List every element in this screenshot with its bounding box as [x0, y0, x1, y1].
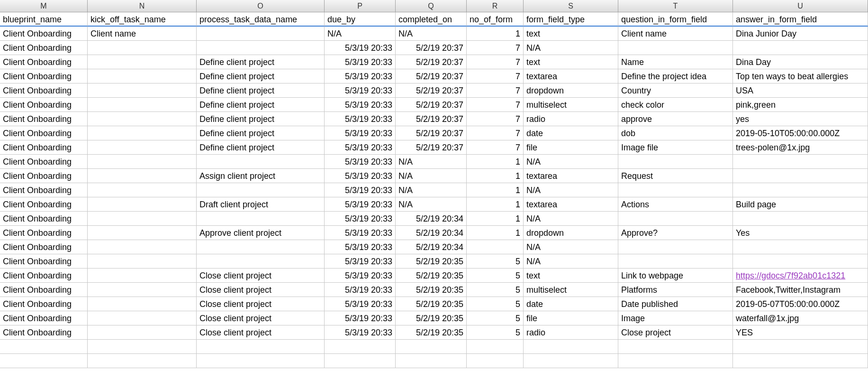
cell-M-18[interactable]: Client Onboarding [0, 283, 88, 297]
cell-T-7[interactable]: dob [618, 126, 733, 140]
cell-T-17[interactable]: Link to webpage [618, 269, 733, 283]
cell-Q-0[interactable]: N/A [396, 27, 467, 41]
cell-N-6[interactable] [88, 112, 197, 126]
cell-Q-22[interactable] [396, 340, 467, 354]
cell-U-19[interactable]: 2019-05-07T05:00:00.000Z [733, 297, 868, 311]
cell-U-7[interactable]: 2019-05-10T05:00:00.000Z [733, 126, 868, 140]
cell-S-8[interactable]: file [524, 140, 618, 155]
cell-S-3[interactable]: textarea [524, 69, 618, 83]
cell-M-16[interactable]: Client Onboarding [0, 254, 88, 269]
cell-S-23[interactable] [524, 354, 618, 368]
cell-N-13[interactable] [88, 212, 197, 226]
cell-S-4[interactable]: dropdown [524, 83, 618, 98]
cell-N-14[interactable] [88, 226, 197, 240]
field-header-M[interactable]: blueprint_name [0, 12, 88, 27]
cell-S-17[interactable]: text [524, 269, 618, 283]
cell-U-16[interactable] [733, 254, 868, 269]
cell-N-17[interactable] [88, 269, 197, 283]
cell-M-1[interactable]: Client Onboarding [0, 41, 88, 55]
cell-N-4[interactable] [88, 83, 197, 98]
cell-Q-17[interactable]: 5/2/19 20:35 [396, 269, 467, 283]
cell-O-12[interactable]: Draft client project [197, 197, 325, 212]
cell-R-0[interactable]: 1 [467, 27, 524, 41]
cell-Q-9[interactable]: N/A [396, 155, 467, 169]
cell-O-9[interactable] [197, 155, 325, 169]
cell-M-20[interactable]: Client Onboarding [0, 311, 88, 325]
field-header-Q[interactable]: completed_on [396, 12, 467, 27]
column-header-S[interactable]: S [524, 0, 618, 12]
cell-S-0[interactable]: text [524, 27, 618, 41]
cell-N-21[interactable] [88, 325, 197, 340]
cell-O-21[interactable]: Close client project [197, 325, 325, 340]
cell-R-17[interactable]: 5 [467, 269, 524, 283]
cell-S-9[interactable]: N/A [524, 155, 618, 169]
cell-P-14[interactable]: 5/3/19 20:33 [325, 226, 396, 240]
cell-T-20[interactable]: Image [618, 311, 733, 325]
cell-U-13[interactable] [733, 212, 868, 226]
cell-Q-8[interactable]: 5/2/19 20:37 [396, 140, 467, 155]
field-header-P[interactable]: due_by [325, 12, 396, 27]
cell-O-3[interactable]: Define client project [197, 69, 325, 83]
cell-S-13[interactable]: N/A [524, 212, 618, 226]
cell-Q-2[interactable]: 5/2/19 20:37 [396, 55, 467, 69]
cell-T-9[interactable] [618, 155, 733, 169]
field-header-R[interactable]: no_of_form [467, 12, 524, 27]
cell-M-19[interactable]: Client Onboarding [0, 297, 88, 311]
cell-P-21[interactable]: 5/3/19 20:33 [325, 325, 396, 340]
cell-U-21[interactable]: YES [733, 325, 868, 340]
cell-O-2[interactable]: Define client project [197, 55, 325, 69]
cell-U-5[interactable]: pink,green [733, 98, 868, 112]
cell-P-11[interactable]: 5/3/19 20:33 [325, 183, 396, 197]
cell-T-22[interactable] [618, 340, 733, 354]
cell-Q-12[interactable]: N/A [396, 197, 467, 212]
cell-T-18[interactable]: Platforms [618, 283, 733, 297]
cell-S-7[interactable]: date [524, 126, 618, 140]
cell-N-9[interactable] [88, 155, 197, 169]
cell-M-15[interactable]: Client Onboarding [0, 240, 88, 254]
cell-Q-10[interactable]: N/A [396, 169, 467, 183]
cell-O-1[interactable] [197, 41, 325, 55]
cell-N-2[interactable] [88, 55, 197, 69]
cell-U-1[interactable] [733, 41, 868, 55]
cell-U-8[interactable]: trees-polen@1x.jpg [733, 140, 868, 155]
cell-N-5[interactable] [88, 98, 197, 112]
cell-Q-20[interactable]: 5/2/19 20:35 [396, 311, 467, 325]
cell-S-15[interactable]: N/A [524, 240, 618, 254]
cell-U-4[interactable]: USA [733, 83, 868, 98]
cell-T-14[interactable]: Approve? [618, 226, 733, 240]
cell-N-10[interactable] [88, 169, 197, 183]
cell-M-10[interactable]: Client Onboarding [0, 169, 88, 183]
cell-P-8[interactable]: 5/3/19 20:33 [325, 140, 396, 155]
cell-P-1[interactable]: 5/3/19 20:33 [325, 41, 396, 55]
cell-R-7[interactable]: 7 [467, 126, 524, 140]
field-header-U[interactable]: answer_in_form_field [733, 12, 868, 27]
cell-N-15[interactable] [88, 240, 197, 254]
cell-P-5[interactable]: 5/3/19 20:33 [325, 98, 396, 112]
cell-S-22[interactable] [524, 340, 618, 354]
cell-M-13[interactable]: Client Onboarding [0, 212, 88, 226]
cell-U-10[interactable] [733, 169, 868, 183]
cell-T-2[interactable]: Name [618, 55, 733, 69]
cell-R-6[interactable]: 7 [467, 112, 524, 126]
cell-N-23[interactable] [88, 354, 197, 368]
cell-Q-1[interactable]: 5/2/19 20:37 [396, 41, 467, 55]
cell-M-23[interactable] [0, 354, 88, 368]
cell-T-8[interactable]: Image file [618, 140, 733, 155]
cell-Q-3[interactable]: 5/2/19 20:37 [396, 69, 467, 83]
cell-O-5[interactable]: Define client project [197, 98, 325, 112]
cell-N-18[interactable] [88, 283, 197, 297]
cell-N-12[interactable] [88, 197, 197, 212]
cell-U-9[interactable] [733, 155, 868, 169]
cell-N-22[interactable] [88, 340, 197, 354]
cell-N-7[interactable] [88, 126, 197, 140]
cell-T-6[interactable]: approve [618, 112, 733, 126]
cell-T-21[interactable]: Close project [618, 325, 733, 340]
cell-O-4[interactable]: Define client project [197, 83, 325, 98]
cell-M-4[interactable]: Client Onboarding [0, 83, 88, 98]
cell-O-6[interactable]: Define client project [197, 112, 325, 126]
cell-N-20[interactable] [88, 311, 197, 325]
cell-O-10[interactable]: Assign client project [197, 169, 325, 183]
cell-O-23[interactable] [197, 354, 325, 368]
cell-Q-16[interactable]: 5/2/19 20:35 [396, 254, 467, 269]
cell-R-15[interactable] [467, 240, 524, 254]
